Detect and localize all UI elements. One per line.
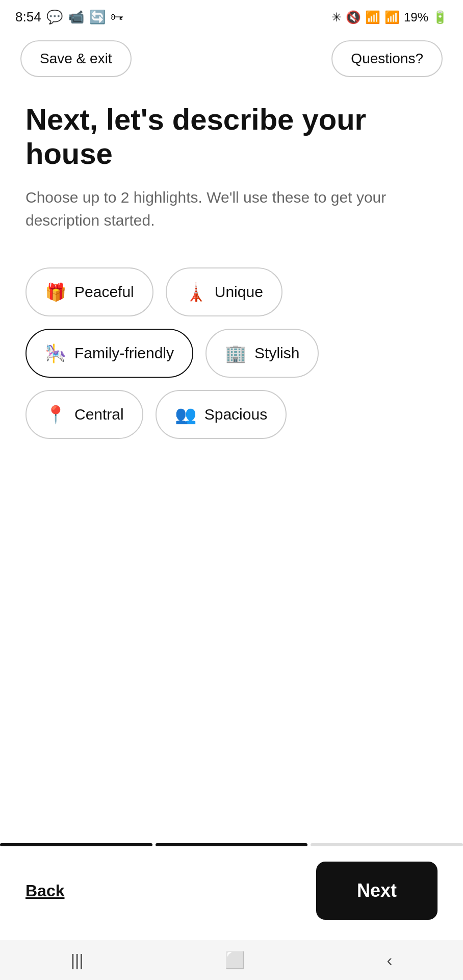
recent-apps-icon[interactable]: ||| xyxy=(71,951,84,970)
option-stylish[interactable]: 🏢 Stylish xyxy=(205,329,319,378)
status-time: 8:54 💬 📹 🔄 🗝 xyxy=(15,9,124,25)
bottom-nav: Back Next xyxy=(0,846,463,940)
top-nav: Save & exit Questions? xyxy=(0,30,463,87)
unique-icon: 🗼 xyxy=(185,282,207,302)
next-button[interactable]: Next xyxy=(316,862,438,920)
peaceful-icon: 🎁 xyxy=(45,282,66,302)
option-central[interactable]: 📍 Central xyxy=(25,390,143,439)
android-nav-bar: ||| ⬜ ‹ xyxy=(0,940,463,980)
status-bar: 8:54 💬 📹 🔄 🗝 ✳ 🔇 📶 📶 19% 🔋 xyxy=(0,0,463,30)
mute-icon: 🔇 xyxy=(346,10,361,24)
peaceful-label: Peaceful xyxy=(74,283,134,301)
option-unique[interactable]: 🗼 Unique xyxy=(166,267,282,316)
options-row-3: 📍 Central 👥 Spacious xyxy=(25,390,438,439)
video-icon: 📹 xyxy=(68,9,84,25)
main-content: Next, let's describe your house Choose u… xyxy=(0,87,463,843)
spacious-icon: 👥 xyxy=(175,404,196,425)
option-peaceful[interactable]: 🎁 Peaceful xyxy=(25,267,153,316)
options-row-1: 🎁 Peaceful 🗼 Unique xyxy=(25,267,438,316)
bluetooth-icon: ✳ xyxy=(331,10,342,24)
central-label: Central xyxy=(74,406,124,423)
options-grid: 🎁 Peaceful 🗼 Unique 🎠 Family-friendly 🏢 … xyxy=(25,267,438,439)
save-exit-button[interactable]: Save & exit xyxy=(20,40,132,77)
messenger-icon: 💬 xyxy=(46,9,63,25)
stylish-label: Stylish xyxy=(254,345,299,362)
arrows-icon: 🔄 xyxy=(89,9,106,25)
battery-icon: 🔋 xyxy=(432,10,448,24)
status-indicators: ✳ 🔇 📶 📶 19% 🔋 xyxy=(331,10,448,24)
family-friendly-label: Family-friendly xyxy=(74,345,174,362)
page-title: Next, let's describe your house xyxy=(25,103,438,170)
wifi-icon: 📶 xyxy=(365,10,380,24)
back-button[interactable]: Back xyxy=(25,881,65,900)
family-friendly-icon: 🎠 xyxy=(45,343,66,363)
signal-icon: 📶 xyxy=(384,10,400,24)
key-icon: 🗝 xyxy=(111,9,124,25)
option-family-friendly[interactable]: 🎠 Family-friendly xyxy=(25,329,193,378)
options-row-2: 🎠 Family-friendly 🏢 Stylish xyxy=(25,329,438,378)
home-icon[interactable]: ⬜ xyxy=(225,950,245,970)
battery-text: 19% xyxy=(404,10,428,24)
spacious-label: Spacious xyxy=(204,406,267,423)
page-subtitle: Choose up to 2 highlights. We'll use the… xyxy=(25,186,438,232)
option-spacious[interactable]: 👥 Spacious xyxy=(156,390,287,439)
questions-button[interactable]: Questions? xyxy=(331,40,443,77)
central-icon: 📍 xyxy=(45,404,66,425)
stylish-icon: 🏢 xyxy=(225,343,246,363)
back-nav-icon[interactable]: ‹ xyxy=(387,951,393,970)
unique-label: Unique xyxy=(215,283,263,301)
